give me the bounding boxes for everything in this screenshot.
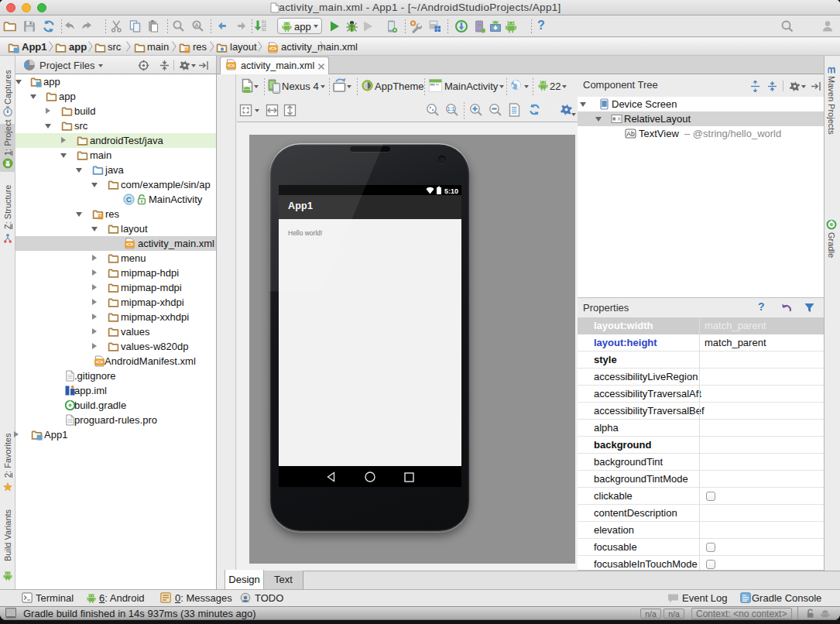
svg-text:01: 01 [262, 28, 266, 33]
svg-text:1:1: 1:1 [447, 106, 455, 111]
svg-text:A: A [194, 22, 199, 29]
svg-text:Ab: Ab [626, 130, 635, 138]
